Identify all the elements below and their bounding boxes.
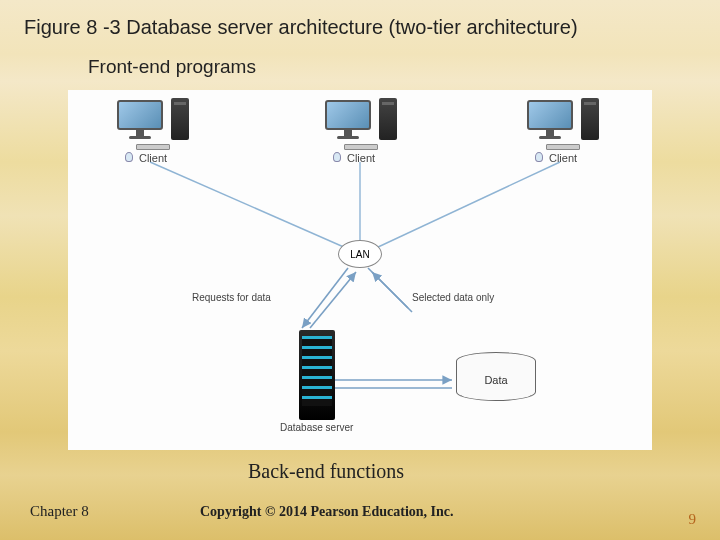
client-workstation: Client xyxy=(286,98,436,164)
requests-label: Requests for data xyxy=(192,292,271,303)
client-workstation: Client xyxy=(488,98,638,164)
monitor-icon xyxy=(325,100,371,140)
svg-line-6 xyxy=(372,272,412,312)
keyboard-icon xyxy=(136,144,170,150)
pc-tower-icon xyxy=(379,98,397,140)
svg-line-4 xyxy=(310,272,356,328)
svg-line-2 xyxy=(376,162,560,248)
page-number: 9 xyxy=(689,511,697,528)
frontend-heading: Front-end programs xyxy=(88,56,256,78)
keyboard-icon xyxy=(546,144,580,150)
chapter-label: Chapter 8 xyxy=(30,503,89,520)
client-label: Client xyxy=(78,152,228,164)
database-server: Database server xyxy=(280,330,353,433)
monitor-icon xyxy=(527,100,573,140)
architecture-diagram: Client Client Client LAN Requests for da… xyxy=(68,90,652,450)
client-label: Client xyxy=(488,152,638,164)
keyboard-icon xyxy=(344,144,378,150)
server-rack-icon xyxy=(299,330,335,420)
svg-line-3 xyxy=(302,268,348,328)
figure-title: Figure 8 -3 Database server architecture… xyxy=(24,16,578,39)
client-workstation: Client xyxy=(78,98,228,164)
monitor-icon xyxy=(117,100,163,140)
server-label: Database server xyxy=(280,422,353,433)
data-store: Data xyxy=(456,352,536,410)
client-label: Client xyxy=(286,152,436,164)
mouse-icon xyxy=(333,152,341,162)
data-label: Data xyxy=(456,374,536,386)
svg-line-0 xyxy=(150,162,346,248)
selected-label: Selected data only xyxy=(412,292,494,303)
pc-tower-icon xyxy=(171,98,189,140)
mouse-icon xyxy=(535,152,543,162)
copyright-text: Copyright © 2014 Pearson Education, Inc. xyxy=(200,504,454,520)
database-cylinder-icon: Data xyxy=(456,352,536,410)
backend-heading: Back-end functions xyxy=(248,460,404,483)
pc-tower-icon xyxy=(581,98,599,140)
mouse-icon xyxy=(125,152,133,162)
lan-node: LAN xyxy=(338,240,382,268)
